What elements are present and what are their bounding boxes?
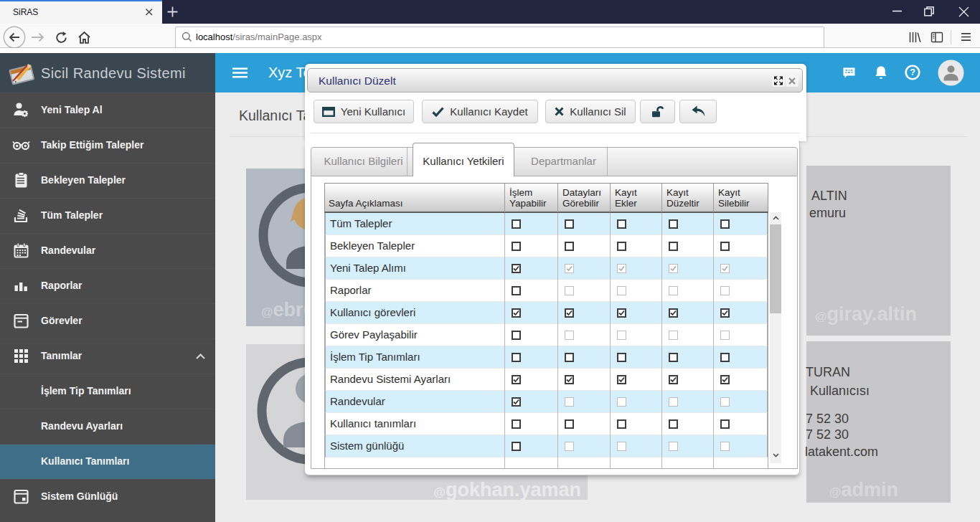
svg-text:?: ? (910, 67, 915, 77)
